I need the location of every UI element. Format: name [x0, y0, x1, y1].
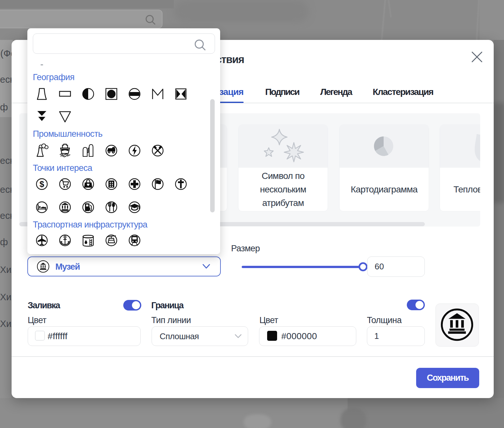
svg-text:$: $ — [40, 179, 44, 189]
